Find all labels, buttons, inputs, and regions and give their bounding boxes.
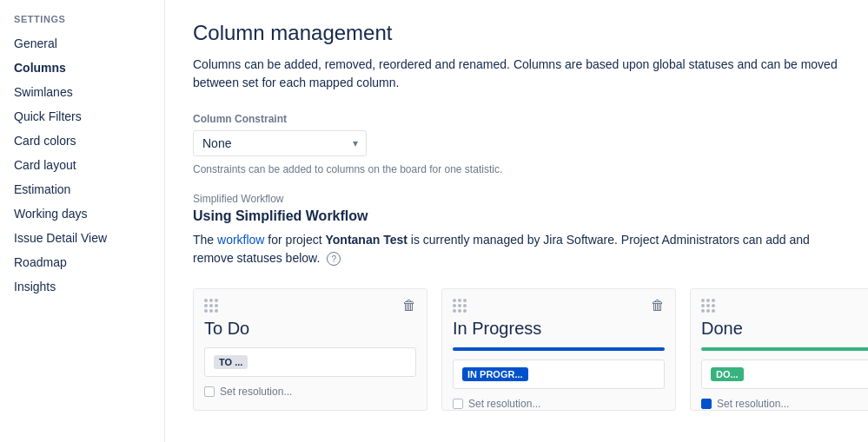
- help-icon[interactable]: ?: [327, 252, 341, 266]
- dot: [706, 299, 710, 302]
- column-constraint-section: Column Constraint None Issue Count Issue…: [193, 113, 840, 175]
- dot: [204, 299, 208, 302]
- column-card-to-do: 🗑 To Do TO ... Set resolution...: [193, 288, 427, 411]
- dot: [209, 304, 213, 307]
- dot: [215, 299, 218, 302]
- sidebar-item-working-days[interactable]: Working days: [7, 201, 157, 226]
- dot: [453, 304, 456, 307]
- column-constraint-label: Column Constraint: [193, 113, 840, 125]
- dot: [209, 309, 213, 313]
- column-title: To Do: [194, 319, 427, 347]
- sidebar-item-general[interactable]: General: [7, 31, 157, 56]
- workflow-link[interactable]: workflow: [217, 233, 264, 247]
- sidebar-item-card-layout[interactable]: Card layout: [7, 153, 157, 177]
- dot: [453, 299, 456, 302]
- dot: [215, 309, 218, 313]
- dot: [204, 309, 208, 313]
- dot: [706, 304, 710, 307]
- drag-handle-icon[interactable]: [701, 299, 715, 313]
- workflow-desc-middle: for project: [264, 233, 325, 247]
- simplified-workflow-title: Using Simplified Workflow: [193, 208, 840, 224]
- column-bar: [701, 347, 868, 351]
- sidebar-item-swimlanes[interactable]: Swimlanes: [7, 80, 157, 104]
- column-constraint-select-wrapper: None Issue Count Issue Count excluding S…: [193, 130, 367, 156]
- status-row: Set resolution...: [204, 386, 416, 398]
- drag-handle-icon[interactable]: [204, 299, 218, 313]
- status-card: IN PROGR...: [453, 360, 665, 389]
- column-constraint-select[interactable]: None Issue Count Issue Count excluding S…: [193, 130, 367, 156]
- column-card-in-progress: 🗑 In Progress IN PROGR... Set resolution…: [441, 288, 676, 411]
- sidebar-item-card-colors[interactable]: Card colors: [7, 129, 157, 153]
- set-resolution-label: Set resolution...: [220, 386, 292, 398]
- column-title: Done: [691, 319, 868, 347]
- column-header: 🗑: [691, 289, 868, 319]
- column-bar: [453, 347, 665, 351]
- sidebar-item-insights[interactable]: Insights: [7, 274, 157, 299]
- page-title: Column management: [193, 21, 840, 45]
- dot: [701, 299, 705, 302]
- dot: [215, 304, 218, 307]
- set-resolution-checkbox[interactable]: [701, 399, 712, 409]
- dot: [701, 304, 705, 307]
- status-row: Set resolution...: [701, 398, 868, 410]
- dot: [204, 304, 208, 307]
- set-resolution-checkbox[interactable]: [453, 399, 463, 409]
- sidebar-item-quick-filters[interactable]: Quick Filters: [7, 104, 157, 129]
- dot: [458, 309, 461, 313]
- page-description: Columns can be added, removed, reordered…: [193, 56, 840, 92]
- project-name: Yontanan Test: [326, 233, 407, 247]
- sidebar-item-issue-detail-view[interactable]: Issue Detail View: [7, 226, 157, 250]
- set-resolution-label: Set resolution...: [468, 398, 540, 410]
- status-card: DO...: [701, 360, 868, 389]
- dot: [463, 309, 467, 313]
- dot: [712, 304, 715, 307]
- columns-row: 🗑 To Do TO ... Set resolution... 🗑 In Pr…: [193, 288, 840, 411]
- sidebar-item-roadmap[interactable]: Roadmap: [7, 250, 157, 274]
- delete-column-button[interactable]: 🗑: [402, 298, 416, 313]
- sidebar: SETTINGS GeneralColumnsSwimlanesQuick Fi…: [0, 0, 165, 442]
- dot: [458, 299, 461, 302]
- main-content: Column management Columns can be added, …: [165, 0, 868, 442]
- sidebar-item-columns[interactable]: Columns: [7, 56, 157, 80]
- status-row: Set resolution...: [453, 398, 665, 410]
- sidebar-item-estimation[interactable]: Estimation: [7, 177, 157, 201]
- constraint-hint: Constraints can be added to columns on t…: [193, 163, 840, 175]
- status-card: TO ...: [204, 347, 416, 377]
- status-badge: DO...: [711, 367, 744, 381]
- sidebar-section-title: SETTINGS: [7, 14, 157, 31]
- delete-column-button[interactable]: 🗑: [651, 298, 665, 313]
- column-title: In Progress: [442, 319, 675, 347]
- dot: [463, 304, 467, 307]
- simplified-workflow-section: Simplified Workflow Using Simplified Wor…: [193, 193, 840, 267]
- workflow-desc-before: The: [193, 233, 217, 247]
- dot: [712, 309, 715, 313]
- dot: [712, 299, 715, 302]
- workflow-description: The workflow for project Yontanan Test i…: [193, 231, 840, 267]
- dot: [706, 309, 710, 313]
- set-resolution-label: Set resolution...: [717, 398, 789, 410]
- column-card-done: 🗑 Done DO... Set resolution...: [690, 288, 868, 411]
- simplified-workflow-label: Simplified Workflow: [193, 193, 840, 205]
- dot: [458, 304, 461, 307]
- status-badge: IN PROGR...: [462, 367, 528, 381]
- dot: [453, 309, 456, 313]
- status-badge: TO ...: [214, 355, 248, 369]
- dot: [463, 299, 467, 302]
- dot: [209, 299, 213, 302]
- column-header: 🗑: [194, 289, 427, 319]
- dot: [701, 309, 705, 313]
- drag-handle-icon[interactable]: [453, 299, 467, 313]
- column-header: 🗑: [442, 289, 675, 319]
- set-resolution-checkbox[interactable]: [204, 386, 215, 397]
